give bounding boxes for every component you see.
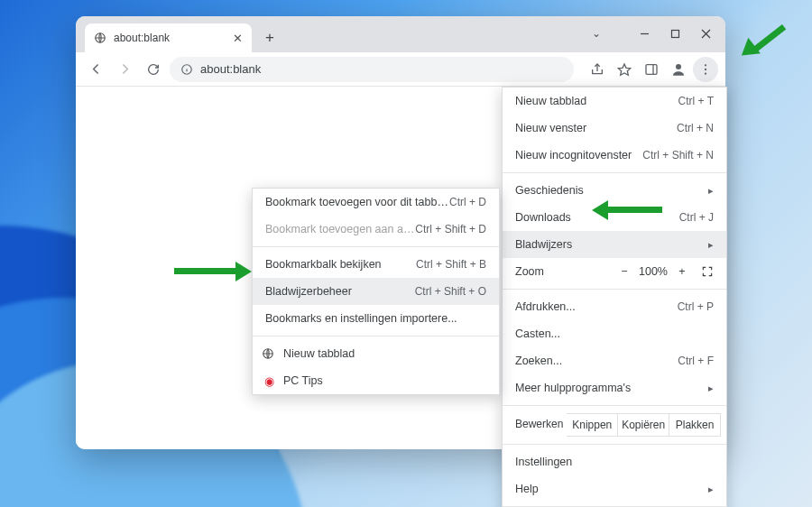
menu-new-tab[interactable]: Nieuw tabblad Ctrl + T [503,88,726,115]
submenu-bookmark-pc-tips[interactable]: ◉ PC Tips [253,367,499,394]
chevron-right-icon: ▸ [708,484,714,495]
reload-button[interactable] [141,57,166,82]
chevron-right-icon: ▸ [708,239,714,251]
edit-paste-button[interactable]: Plakken [669,413,721,437]
tab-close-icon[interactable]: ✕ [233,32,243,45]
window-close-button[interactable] [691,22,720,45]
menu-zoom: Zoom − 100% + [503,258,726,285]
submenu-import-bookmarks[interactable]: Bookmarks en instellingen importere... [253,305,499,332]
menu-downloads[interactable]: Downloads Ctrl + J [503,204,726,231]
edit-label: Bewerken [508,413,567,437]
submenu-show-bookmark-bar[interactable]: Bookmarkbalk bekijken Ctrl + Shift + B [253,251,499,278]
svg-point-12 [705,64,706,66]
main-menu: Nieuw tabblad Ctrl + T Nieuw venster Ctr… [502,87,727,507]
svg-rect-9 [646,64,657,74]
menu-new-incognito[interactable]: Nieuw incognitovenster Ctrl + Shift + N [503,142,726,169]
menu-cast[interactable]: Casten... [503,320,726,347]
address-url: about:blank [200,62,261,76]
menu-print[interactable]: Afdrukken... Ctrl + P [503,293,726,320]
zoom-in-button[interactable]: + [672,265,692,278]
window-minimize-button[interactable] [630,22,659,45]
site-info-icon[interactable] [180,63,193,76]
edit-cut-button[interactable]: Knippen [567,413,618,437]
window-maximize-button[interactable] [660,22,689,45]
zoom-out-button[interactable]: − [614,265,634,278]
address-bar[interactable]: about:blank [170,57,574,82]
tab-title: about:blank [114,32,170,44]
new-tab-button[interactable]: + [257,25,282,51]
menu-edit-row: Bewerken Knippen Kopiëren Plakken [503,410,726,440]
bookmark-star-icon[interactable] [612,57,637,82]
menu-history[interactable]: Geschiedenis ▸ [503,177,726,204]
svg-point-13 [705,68,706,69]
browser-window: about:blank ✕ + ⌄ [76,16,725,449]
svg-rect-2 [671,30,678,37]
side-panel-icon[interactable] [639,57,664,82]
tab-about-blank[interactable]: about:blank ✕ [85,23,252,52]
profile-icon[interactable] [666,57,691,82]
titlebar: about:blank ✕ + ⌄ [76,16,725,52]
fullscreen-icon[interactable] [701,265,714,278]
chevron-right-icon: ▸ [708,185,714,197]
globe-icon [262,347,276,360]
zoom-percent: 100% [634,265,672,278]
globe-icon [94,32,106,44]
toolbar: about:blank [76,52,725,87]
svg-point-11 [676,64,681,69]
bookmarks-submenu: Bookmark toevoegen voor dit tabbla... Ct… [252,188,500,395]
submenu-bookmark-all-tabs: Bookmark toevoegen aan alle tabbla... Ct… [253,216,499,243]
menu-bookmarks[interactable]: Bladwijzers ▸ [503,231,726,258]
forward-button[interactable] [112,57,137,82]
menu-new-window[interactable]: Nieuw venster Ctrl + N [503,115,726,142]
submenu-bookmark-manager[interactable]: Bladwijzerbeheer Ctrl + Shift + O [253,278,499,305]
svg-marker-8 [618,64,630,75]
edit-copy-button[interactable]: Kopiëren [618,413,669,437]
submenu-bookmark-this-tab[interactable]: Bookmark toevoegen voor dit tabbla... Ct… [253,189,499,216]
menu-help[interactable]: Help ▸ [503,475,726,502]
menu-button[interactable] [693,57,718,82]
menu-find[interactable]: Zoeken... Ctrl + F [503,347,726,374]
submenu-bookmark-new-tab[interactable]: Nieuw tabblad [253,340,499,367]
tabs-dropdown-icon[interactable]: ⌄ [583,22,610,45]
favicon-icon: ◉ [262,374,276,388]
svg-point-14 [705,72,706,74]
chevron-right-icon: ▸ [708,383,714,394]
menu-settings[interactable]: Instellingen [503,448,726,475]
menu-more-tools[interactable]: Meer hulpprogramma's ▸ [503,374,726,401]
share-icon[interactable] [585,57,610,82]
back-button[interactable] [83,57,108,82]
